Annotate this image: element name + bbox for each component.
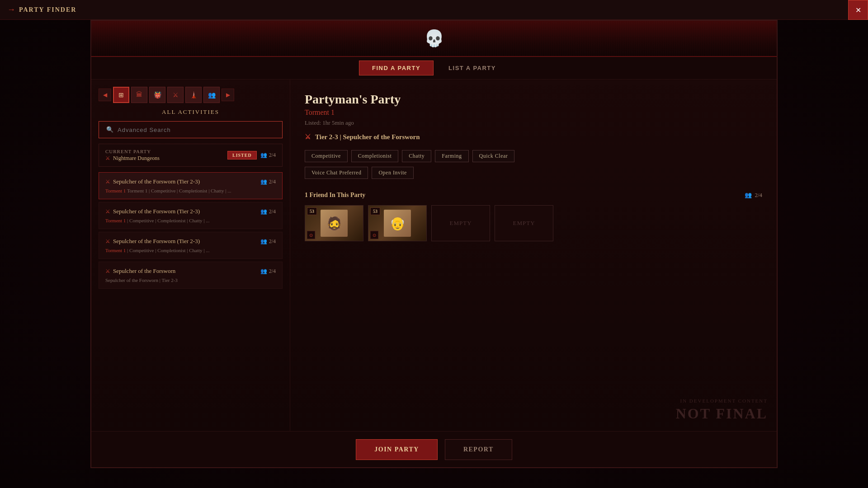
tab-list-party[interactable]: LIST A PARTY (435, 61, 509, 75)
skull-icon: 💀 (424, 29, 444, 48)
watermark-main: NOT FINAL (676, 405, 768, 422)
player-slot-2: 👴 53 ⊙ (368, 205, 427, 241)
party-dungeon-info: ⚔ Tier 2-3 | Sepulcher of the Forsworn (305, 133, 762, 141)
players-icon: 👥 (745, 192, 752, 199)
friends-section: 1 Friend In This Party 👥 2/4 🧔 53 ⊙ (305, 192, 762, 241)
activity-icon-dungeon[interactable]: 🏛 (131, 87, 147, 103)
dungeon-icon: ⚔ (105, 238, 110, 245)
player-level-badge: 53 (370, 207, 380, 215)
player-slot-empty-label: EMPTY (449, 220, 472, 227)
party-list-item[interactable]: ⚔ Sepulcher of the Forsworn (Tier 2-3) 👥… (99, 172, 283, 199)
friends-label: 1 Friend In This Party (305, 192, 365, 199)
player-slots: 🧔 53 ⊙ 👴 53 ⊙ EMPTY (305, 205, 762, 241)
tag-competitive: Competitive (305, 150, 348, 162)
tag-chatty: Chatty (402, 150, 431, 162)
players-icon: 👥 (260, 152, 267, 159)
activity-nav: ◀ ⊞ 🏛 👹 ⚔ 🗼 👥 ▶ (99, 87, 283, 103)
party-difficulty: Torment 1 (305, 108, 762, 117)
nav-next-button[interactable]: ▶ (222, 89, 234, 101)
players-icon: 👥 (260, 208, 267, 215)
title-bar: → PARTY FINDER ✕ (0, 0, 868, 20)
watermark-sub: IN DEVELOPMENT CONTENT (676, 398, 768, 404)
tab-bar: FIND A PARTY LIST A PARTY (91, 57, 777, 80)
party-list: ⚔ Sepulcher of the Forsworn (Tier 2-3) 👥… (99, 172, 283, 424)
content-area: ◀ ⊞ 🏛 👹 ⚔ 🗼 👥 ▶ ALL ACTIVITIES 🔍 Current… (91, 80, 777, 431)
close-button[interactable]: ✕ (848, 0, 868, 20)
activity-icon-all[interactable]: ⊞ (113, 87, 129, 103)
tag-quick-clear: Quick Clear (472, 150, 515, 162)
current-party-box: Current Party ⚔ Nightmare Dungeons LISTE… (99, 144, 283, 167)
players-icon: 👥 (260, 178, 267, 185)
title-bar-text: PARTY FINDER (19, 6, 76, 14)
title-arrow-icon: → (7, 5, 15, 14)
tab-find-party[interactable]: FIND A PARTY (359, 61, 434, 75)
dungeon-detail-icon: ⚔ (305, 133, 311, 141)
left-panel: ◀ ⊞ 🏛 👹 ⚔ 🗼 👥 ▶ ALL ACTIVITIES 🔍 Current… (91, 80, 290, 431)
party-listed-time: Listed: 1hr 5min ago (305, 119, 762, 127)
activity-icon-tower[interactable]: 🗼 (185, 87, 202, 103)
player-level-badge: 53 (307, 207, 317, 215)
tag-open-invite: Open Invite (372, 167, 413, 179)
tag-completionist: Completionist (351, 150, 399, 162)
player-avatar-face: 🧔 (321, 210, 348, 237)
tag-voice-chat: Voice Chat Preferred (305, 167, 368, 179)
current-party-info: Current Party ⚔ Nightmare Dungeons (105, 149, 224, 162)
activity-icon-raid[interactable]: 👹 (149, 87, 165, 103)
watermark: IN DEVELOPMENT CONTENT NOT FINAL (676, 398, 768, 422)
activity-icon-group[interactable]: 👥 (203, 87, 220, 103)
players-icon: 👥 (260, 268, 267, 275)
dungeon-icon: ⚔ (105, 178, 110, 185)
player-avatar-face: 👴 (384, 210, 411, 237)
player-slot-4: EMPTY (495, 205, 553, 241)
nav-prev-button[interactable]: ◀ (99, 89, 111, 101)
all-activities-label: ALL ACTIVITIES (99, 108, 283, 116)
player-slot-empty-label: EMPTY (513, 220, 535, 227)
bottom-action-bar: Join Party Report (91, 431, 777, 467)
current-party-count: 👥 2/4 (260, 152, 276, 159)
tag-farming: Farming (435, 150, 468, 162)
party-list-item[interactable]: ⚔ Sepulcher of the Forsworn 👥 2/4 Sepulc… (99, 262, 283, 289)
party-name: Partyman's Party (305, 92, 762, 107)
party-list-item[interactable]: ⚔ Sepulcher of the Forsworn (Tier 2-3) 👥… (99, 202, 283, 229)
join-party-button[interactable]: Join Party (356, 439, 438, 460)
right-panel: Partyman's Party Torment 1 Listed: 1hr 5… (290, 80, 777, 431)
search-input[interactable] (118, 127, 275, 133)
friends-count: 👥 2/4 (745, 192, 762, 199)
player-class-icon: ⊙ (370, 231, 378, 239)
player-slot-1: 🧔 53 ⊙ (305, 205, 363, 241)
dungeon-icon: ⚔ (105, 268, 110, 275)
search-icon: 🔍 (106, 126, 114, 133)
report-button[interactable]: Report (445, 439, 512, 460)
dungeon-icon: ⚔ (105, 155, 110, 162)
activity-icon-pvp[interactable]: ⚔ (167, 87, 184, 103)
tags-row: Competitive Completionist Chatty Farming… (305, 150, 762, 162)
current-party-name: ⚔ Nightmare Dungeons (105, 155, 224, 162)
players-icon: 👥 (260, 238, 267, 245)
player-slot-3: EMPTY (431, 205, 490, 241)
player-class-icon: ⊙ (307, 231, 315, 239)
party-list-item[interactable]: ⚔ Sepulcher of the Forsworn (Tier 2-3) 👥… (99, 232, 283, 259)
main-window: 💀 FIND A PARTY LIST A PARTY ◀ ⊞ 🏛 👹 ⚔ 🗼 … (90, 20, 778, 468)
search-bar[interactable]: 🔍 (99, 121, 283, 138)
listed-badge: LISTED (227, 151, 257, 160)
current-party-label: Current Party (105, 149, 224, 154)
dungeon-icon: ⚔ (105, 208, 110, 215)
tags-row-2: Voice Chat Preferred Open Invite (305, 167, 762, 179)
top-banner: 💀 (91, 21, 777, 57)
